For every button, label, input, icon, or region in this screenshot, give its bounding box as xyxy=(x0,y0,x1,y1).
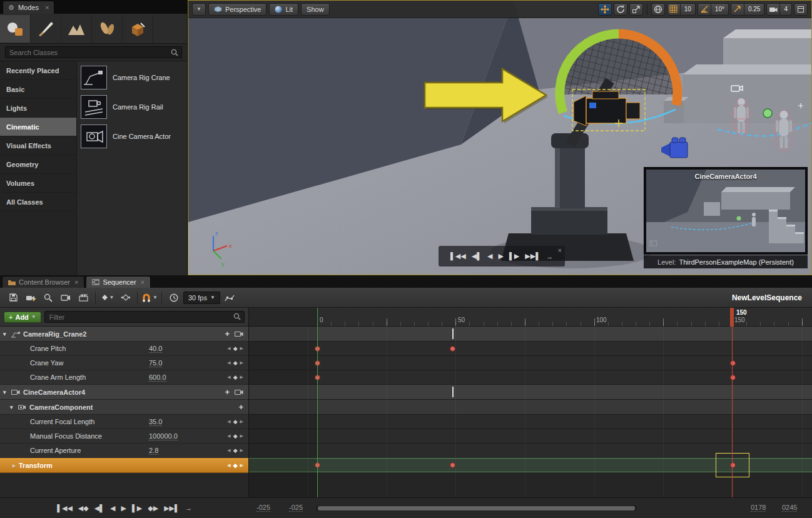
value-field[interactable]: 75.0 xyxy=(149,359,162,367)
sequencer-timeline[interactable]: 0 50 100 150 15 xyxy=(249,308,812,497)
key-navigation[interactable]: ◀◆▶ xyxy=(227,419,243,425)
grid-snap-value[interactable]: 10 xyxy=(681,3,696,16)
save-button[interactable] xyxy=(5,290,21,305)
rotate-tool-button[interactable] xyxy=(614,3,627,16)
scale-snap-value[interactable]: 0.25 xyxy=(744,3,764,16)
keyframe[interactable] xyxy=(730,360,736,366)
snap-button[interactable]: ▼ xyxy=(141,290,158,305)
loop-button[interactable]: → xyxy=(546,253,553,260)
track-crane-arm-length[interactable]: Crane Arm Length 600.0 ◀◆▶ xyxy=(0,370,248,385)
tab-content-browser[interactable]: Content Browser × xyxy=(2,276,84,288)
key-navigation[interactable]: ◀◆▶ xyxy=(227,433,243,439)
perspective-button[interactable]: Perspective xyxy=(208,3,266,16)
step-back-button[interactable]: ◀▌ xyxy=(472,252,482,260)
track-cameracomponent[interactable]: ▾ CameraComponent + xyxy=(0,400,248,415)
keyframe[interactable] xyxy=(450,346,455,352)
close-icon[interactable]: × xyxy=(558,246,562,254)
timeline-row-current-focal-length[interactable] xyxy=(249,415,812,429)
rotation-snap-button[interactable] xyxy=(698,3,711,16)
lit-button[interactable]: Lit xyxy=(269,3,298,16)
play-reverse-button[interactable]: ◀ xyxy=(487,252,492,260)
show-button[interactable]: Show xyxy=(301,3,330,16)
jump-to-end-button[interactable]: ▶▶▌ xyxy=(525,252,540,260)
playhead-marker[interactable] xyxy=(730,308,734,327)
category-basic[interactable]: Basic xyxy=(0,80,76,99)
track-crane-pitch[interactable]: Crane Pitch 40.0 ◀◆▶ xyxy=(0,342,248,356)
camera-lock-icon[interactable] xyxy=(235,331,243,337)
step-back-button[interactable]: ◀▌ xyxy=(94,504,104,512)
expander-icon[interactable]: ▸ xyxy=(13,462,19,469)
jump-to-end-button[interactable]: ▶▶▌ xyxy=(164,504,180,512)
track-manual-focus-distance[interactable]: Manual Focus Distance 100000.0 ◀◆▶ xyxy=(0,429,248,444)
spline-point[interactable] xyxy=(763,109,772,118)
viewport[interactable]: x z y ▼ Perspective Lit Show xyxy=(188,0,812,275)
timeline-ruler[interactable]: 0 50 100 150 xyxy=(249,308,812,327)
category-all-classes[interactable]: All Classes xyxy=(0,193,76,211)
time-display-button[interactable] xyxy=(166,290,182,305)
key-navigation[interactable]: ◀◆▶ xyxy=(227,374,243,380)
play-button[interactable]: ▶ xyxy=(499,252,504,260)
camera-lock-icon[interactable] xyxy=(235,389,243,395)
category-visual-effects[interactable]: Visual Effects xyxy=(0,136,76,155)
step-forward-button[interactable]: ▌▶ xyxy=(509,252,519,260)
playhead-line[interactable] xyxy=(732,308,733,497)
fps-select[interactable]: 30 fps ▼ xyxy=(183,292,220,304)
close-icon[interactable]: × xyxy=(74,278,78,286)
timeline-row-cameracomponent[interactable] xyxy=(249,400,812,415)
camera-speed-button[interactable] xyxy=(766,3,780,16)
keyframe[interactable] xyxy=(730,375,736,380)
playback-controls[interactable]: ▌◀◀ ◀◆ ◀▌ ◀ ▶ ▌▶ ◆▶ ▶▶▌ → xyxy=(0,504,249,512)
viewport-options-button[interactable]: ▼ xyxy=(192,3,206,16)
scale-snap-button[interactable] xyxy=(731,3,744,16)
expander-icon[interactable]: ▾ xyxy=(3,389,9,395)
keyframe-options-button[interactable]: ▼ xyxy=(99,290,116,305)
key-navigation[interactable]: ◀◆▶ xyxy=(227,462,243,469)
landscape-mode-button[interactable] xyxy=(61,15,92,43)
timeline-row-manual-focus-distance[interactable] xyxy=(249,429,812,444)
loop-button[interactable]: → xyxy=(185,504,192,512)
camera-speed-value[interactable]: 4 xyxy=(780,3,792,16)
category-geometry[interactable]: Geometry xyxy=(0,155,76,174)
move-tool-button[interactable] xyxy=(598,3,612,16)
scrollbar-handle[interactable] xyxy=(318,506,635,510)
play-button[interactable]: ▶ xyxy=(121,504,126,512)
render-movie-button[interactable] xyxy=(75,290,91,305)
maximize-viewport-button[interactable] xyxy=(794,3,808,16)
category-volumes[interactable]: Volumes xyxy=(0,174,76,193)
timeline-row-crane-pitch[interactable] xyxy=(249,342,812,356)
jump-to-start-button[interactable]: ▌◀◀ xyxy=(450,252,466,260)
tab-sequencer[interactable]: Sequencer × xyxy=(86,276,151,288)
value-field[interactable]: 100000.0 xyxy=(149,432,178,440)
expander-icon[interactable]: ▾ xyxy=(3,331,9,337)
timeline-row-cinecameraactor4[interactable] xyxy=(249,385,812,400)
next-key-button[interactable]: ◆▶ xyxy=(148,504,158,512)
placeable-camera-rig-rail[interactable]: Camera Rig Rail xyxy=(77,92,187,121)
value-field[interactable]: 600.0 xyxy=(149,373,166,382)
add-section-icon[interactable]: + xyxy=(225,329,230,338)
foliage-mode-button[interactable] xyxy=(92,15,123,43)
expander-icon[interactable]: ▾ xyxy=(10,404,16,410)
keyframe[interactable] xyxy=(450,462,455,468)
placeable-cine-camera-actor[interactable]: Cine Camera Actor xyxy=(77,121,187,151)
timeline-row-crane-arm-length[interactable] xyxy=(249,370,812,385)
find-in-browser-button[interactable] xyxy=(40,290,56,305)
track-camerarig-crane2[interactable]: ▾ CameraRig_Crane2 + xyxy=(0,327,248,342)
add-track-button[interactable]: + Add ▼ xyxy=(4,312,41,323)
timeline-scrollbar[interactable] xyxy=(316,505,637,511)
view-range-end[interactable]: 0178 xyxy=(751,504,766,512)
scale-tool-button[interactable] xyxy=(629,3,643,16)
camera-button[interactable] xyxy=(58,290,74,305)
jump-to-start-button[interactable]: ▌◀◀ xyxy=(57,504,73,512)
paint-mode-button[interactable] xyxy=(31,15,61,43)
key-navigation[interactable]: ◀◆▶ xyxy=(227,447,243,454)
track-current-focal-length[interactable]: Current Focal Length 35.0 ◀◆▶ xyxy=(0,415,248,429)
placeable-camera-rig-crane[interactable]: Camera Rig Crane xyxy=(77,63,187,92)
grid-snap-button[interactable] xyxy=(667,3,681,16)
value-field[interactable]: 2.8 xyxy=(149,447,158,455)
track-crane-yaw[interactable]: Crane Yaw 75.0 ◀◆▶ xyxy=(0,356,248,370)
auto-key-button[interactable] xyxy=(117,290,133,305)
create-camera-button[interactable] xyxy=(23,290,39,305)
view-range-start[interactable]: -025 xyxy=(289,504,303,512)
add-section-icon[interactable]: + xyxy=(238,402,243,412)
curve-editor-button[interactable] xyxy=(221,290,238,305)
